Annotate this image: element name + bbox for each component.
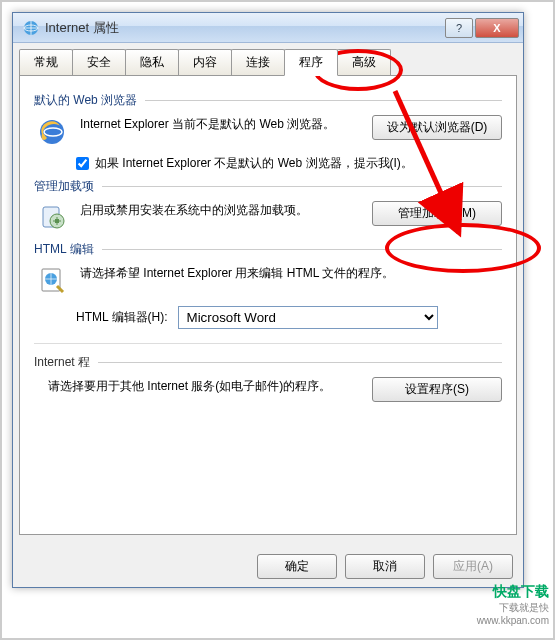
addons-text: 启用或禁用安装在系统中的浏览器加载项。 — [70, 201, 362, 219]
svg-rect-6 — [55, 219, 59, 223]
section-default-browser-title: 默认的 Web 浏览器 — [34, 92, 502, 109]
internet-properties-window: Internet 属性 ? X 常规 安全 隐私 内容 连接 程序 高级 默认的… — [12, 12, 524, 588]
html-edit-icon — [34, 264, 70, 296]
tab-security[interactable]: 安全 — [72, 49, 126, 75]
set-programs-button[interactable]: 设置程序(S) — [372, 377, 502, 402]
window-title: Internet 属性 — [45, 19, 443, 37]
section-html-edit-title: HTML 编辑 — [34, 241, 502, 258]
ie-icon — [34, 115, 70, 147]
tab-content[interactable]: 内容 — [178, 49, 232, 75]
dialog-footer: 确定 取消 应用(A) — [257, 554, 513, 579]
tab-privacy[interactable]: 隐私 — [125, 49, 179, 75]
default-browser-text: Internet Explorer 当前不是默认的 Web 浏览器。 — [70, 115, 362, 133]
section-internet-programs-title: Internet 程 — [34, 354, 502, 371]
titlebar[interactable]: Internet 属性 ? X — [13, 13, 523, 43]
html-editor-select[interactable]: Microsoft Word — [178, 306, 438, 329]
watermark: 快盘下载 下载就是快 www.kkpan.com — [477, 583, 549, 626]
apply-button: 应用(A) — [433, 554, 513, 579]
internet-programs-text: 请选择要用于其他 Internet 服务(如电子邮件)的程序。 — [48, 377, 362, 402]
tab-strip: 常规 安全 隐私 内容 连接 程序 高级 — [13, 43, 523, 75]
tab-panel-programs: 默认的 Web 浏览器 Internet Explorer 当前不是默认的 We… — [19, 75, 517, 535]
prompt-default-checkbox[interactable] — [76, 157, 89, 170]
internet-icon — [23, 20, 39, 36]
close-button[interactable]: X — [475, 18, 519, 38]
tab-advanced[interactable]: 高级 — [337, 49, 391, 75]
manage-addons-button[interactable]: 管理加载项(M) — [372, 201, 502, 226]
html-edit-text: 请选择希望 Internet Explorer 用来编辑 HTML 文件的程序。 — [70, 264, 502, 282]
html-editor-label: HTML 编辑器(H): — [76, 309, 168, 326]
set-default-browser-button[interactable]: 设为默认浏览器(D) — [372, 115, 502, 140]
section-addons-title: 管理加载项 — [34, 178, 502, 195]
tab-connections[interactable]: 连接 — [231, 49, 285, 75]
tab-programs[interactable]: 程序 — [284, 49, 338, 76]
ok-button[interactable]: 确定 — [257, 554, 337, 579]
tab-general[interactable]: 常规 — [19, 49, 73, 75]
prompt-default-label: 如果 Internet Explorer 不是默认的 Web 浏览器，提示我(I… — [95, 155, 502, 172]
cancel-button[interactable]: 取消 — [345, 554, 425, 579]
addons-icon — [34, 201, 70, 233]
help-button[interactable]: ? — [445, 18, 473, 38]
